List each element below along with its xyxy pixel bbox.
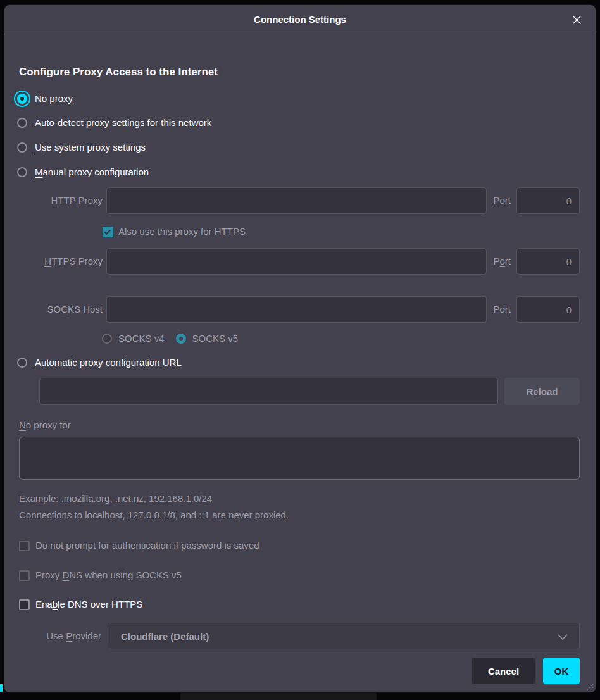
page-title: Configure Proxy Access to the Internet	[19, 66, 218, 78]
radio-row-auto-url: Automatic proxy configuration URL	[17, 355, 182, 370]
http-port-label: Port	[493, 194, 511, 208]
http-port-input[interactable]	[516, 187, 580, 214]
socks-version-row: SOCKS v4 SOCKS v5	[102, 331, 238, 346]
share-proxy-label[interactable]: Also use this proxy for HTTPS	[118, 225, 246, 239]
radio-label-socks-v4[interactable]: SOCKS v4	[118, 332, 165, 346]
radio-label-socks-v5[interactable]: SOCKS v5	[192, 332, 239, 346]
option-row-no-prompt-auth: Do not prompt for authentication if pass…	[19, 538, 259, 553]
no-proxy-note: Connections to localhost, 127.0.0.1/8, a…	[19, 508, 289, 522]
no-proxy-for-textarea[interactable]	[19, 437, 580, 480]
doh-provider-row: Use Provider Cloudflare (Default)	[35, 623, 580, 649]
chevron-down-icon	[558, 634, 568, 640]
radio-row-no-proxy: No proxy	[17, 91, 73, 106]
close-icon	[572, 15, 582, 25]
http-proxy-row: HTTP Proxy Port	[19, 187, 580, 214]
no-proxy-for-row: No proxy for	[19, 418, 71, 433]
socks-port-label: Port	[493, 303, 511, 316]
close-button[interactable]	[568, 5, 585, 34]
socks-host-label: SOCKS Host	[19, 303, 103, 316]
page-behind-strip	[180, 693, 377, 700]
radio-row-auto-detect: Auto-detect proxy settings for this netw…	[17, 115, 211, 130]
no-proxy-example: Example: .mozilla.org, .net.nz, 192.168.…	[19, 492, 212, 506]
dialog-title: Connection Settings	[254, 14, 346, 25]
option-row-enable-doh: Enable DNS over HTTPS	[19, 597, 142, 612]
auto-url-input[interactable]	[39, 378, 498, 405]
option-row-proxy-dns: Proxy DNS when using SOCKS v5	[19, 568, 182, 583]
background-accent-fragment	[0, 684, 3, 692]
socks-host-input[interactable]	[106, 296, 487, 323]
radio-label-use-system[interactable]: Use system proxy settings	[35, 141, 146, 154]
radio-label-auto-detect[interactable]: Auto-detect proxy settings for this netw…	[35, 116, 211, 130]
no-prompt-auth-checkbox[interactable]	[19, 541, 30, 551]
radio-no-proxy[interactable]	[17, 94, 27, 104]
radio-use-system[interactable]	[17, 142, 27, 153]
radio-row-use-system: Use system proxy settings	[17, 140, 146, 155]
reload-button[interactable]: Reload	[504, 378, 580, 405]
radio-socks-v4[interactable]	[102, 334, 112, 344]
share-proxy-row: Also use this proxy for HTTPS	[103, 224, 246, 239]
screen-background: Connection Settings Configure Proxy Acce…	[0, 0, 600, 700]
connection-settings-dialog: Connection Settings Configure Proxy Acce…	[4, 5, 596, 692]
radio-dot	[179, 337, 183, 341]
radio-socks-v5[interactable]	[176, 334, 186, 344]
https-proxy-row: HTTPS Proxy Port	[19, 248, 580, 275]
resize-grip[interactable]	[585, 682, 594, 691]
radio-dot	[20, 97, 24, 101]
dialog-titlebar: Connection Settings	[4, 5, 596, 34]
http-proxy-input[interactable]	[106, 187, 487, 214]
share-proxy-checkbox[interactable]	[103, 227, 113, 237]
radio-label-manual[interactable]: Manual proxy configuration	[35, 165, 149, 179]
radio-label-no-proxy[interactable]: No proxy	[35, 92, 73, 106]
doh-provider-dropdown[interactable]: Cloudflare (Default)	[109, 623, 580, 649]
no-proxy-for-label: No proxy for	[19, 418, 71, 432]
proxy-dns-checkbox[interactable]	[19, 570, 30, 581]
enable-doh-checkbox[interactable]	[19, 599, 30, 610]
radio-row-manual: Manual proxy configuration	[17, 165, 149, 180]
check-icon	[104, 228, 111, 234]
socks-port-input[interactable]	[516, 296, 580, 323]
no-prompt-auth-label[interactable]: Do not prompt for authentication if pass…	[35, 539, 259, 553]
radio-auto-detect[interactable]	[17, 118, 27, 128]
radio-auto-url[interactable]	[17, 358, 27, 368]
cancel-button[interactable]: Cancel	[472, 658, 535, 684]
ok-button[interactable]: OK	[543, 658, 580, 684]
no-proxy-example-row: Example: .mozilla.org, .net.nz, 192.168.…	[19, 491, 212, 506]
socks-host-row: SOCKS Host Port	[19, 296, 580, 323]
radio-manual[interactable]	[17, 167, 27, 177]
https-proxy-input[interactable]	[106, 248, 487, 275]
auto-url-row: Reload	[39, 378, 580, 405]
use-provider-label: Use Provider	[35, 629, 101, 643]
https-port-label: Port	[493, 254, 511, 268]
https-proxy-label: HTTPS Proxy	[19, 254, 103, 268]
no-proxy-note-row: Connections to localhost, 127.0.0.1/8, a…	[19, 508, 289, 523]
enable-doh-label[interactable]: Enable DNS over HTTPS	[35, 597, 142, 611]
doh-provider-value: Cloudflare (Default)	[109, 631, 209, 642]
https-port-input[interactable]	[516, 248, 580, 275]
proxy-dns-label[interactable]: Proxy DNS when using SOCKS v5	[35, 568, 182, 582]
radio-label-auto-url[interactable]: Automatic proxy configuration URL	[35, 356, 182, 370]
footer-buttons: Cancel OK	[472, 658, 580, 684]
http-proxy-label: HTTP Proxy	[19, 194, 103, 208]
